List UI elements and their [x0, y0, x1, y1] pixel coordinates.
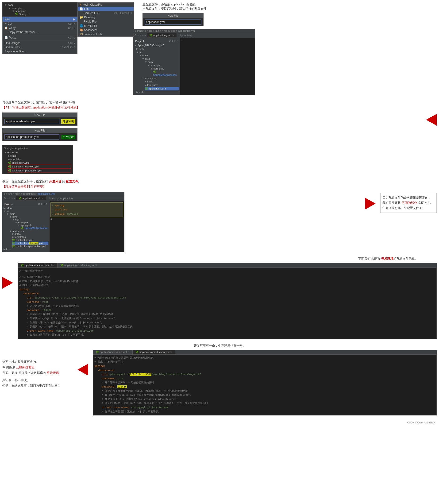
new-file-box-develop: New File 开发环境	[2, 112, 77, 126]
new-file-box-production: New File 生产环境	[2, 128, 77, 141]
menu-item-paste[interactable]: 📄 Paste Ctrl+V	[3, 36, 77, 40]
menu-item-findinfiles[interactable]: Find in Files... Ctrl+Shift+F	[3, 45, 77, 49]
menu-label-copypath: Copy Path/Reference...	[9, 31, 75, 34]
submenu-item-stylesheet[interactable]: 🎨 Stylesheet	[78, 28, 134, 32]
tab-appyml-s3[interactable]: 🌿 application.yml ✕	[16, 196, 46, 200]
submenu-item-file[interactable]: 📄 File	[78, 7, 134, 11]
menu-label-cut: Cut	[8, 22, 68, 25]
tree-test[interactable]: ▶ test	[136, 90, 179, 94]
ide-tab-2[interactable]: SpringMbA...	[177, 34, 197, 37]
submenu-new: K Kotlin Class/File 📄 File Scratch File …	[77, 2, 134, 37]
tree-templates-s2[interactable]: ▶ templates	[8, 158, 71, 161]
annotation-s4: 下面我们 来配置 开发环境的配置文件信息。	[358, 257, 418, 261]
menu-item-copy[interactable]: 📋 Copy Ctrl+C	[3, 26, 77, 30]
production-yaml-code: # 数据库的连接信息，是属于 系统级别的配置信息。 # 因此，它有固定的写法 s…	[93, 355, 436, 415]
tree-springmbapp-label: SpringMbApplication	[4, 147, 71, 150]
new-file-input-production[interactable]	[4, 134, 59, 139]
menu-item-findusages[interactable]: Find Usages Alt+F7	[3, 41, 77, 45]
tree-appyml[interactable]: 🌿 application.yml	[145, 87, 179, 90]
badge-production: 生产环境	[61, 135, 75, 139]
menu-label-replace: Replace in Files...	[4, 50, 75, 53]
tree-appyml-s2[interactable]: 🌿 application.yml	[8, 161, 71, 165]
menu-item-replace[interactable]: Replace in Files...	[3, 49, 77, 54]
menu-label: New	[4, 18, 73, 21]
menu-label-findusages: Find Usages	[4, 41, 68, 45]
annotation-section3: 然后，在主配置文件中，指定运行 开发环境 的 配置文件。 【现在还不会涉及到 生…	[2, 179, 360, 189]
tree-static-s2[interactable]: ▶ static	[8, 154, 71, 158]
ide-production-yaml: 🌿 application-develop.yml ✕ 🌿 applicatio…	[93, 350, 437, 416]
tree-main[interactable]: ▼ main	[139, 54, 179, 57]
tree-appdevelop-s2[interactable]: 🌿 application-develop.yml	[8, 165, 71, 169]
ide-sidebar-s3: Project ⚙ ≡ ÷ ✦ ▶ .idea ▼ src ▼ main ▼ j…	[3, 201, 49, 252]
ide-window-section3-left: $ > src > main > resources > application…	[2, 192, 124, 252]
breadcrumb-s3: $ > src > main > resources > application…	[4, 192, 55, 195]
tree-develop-s3[interactable]: 🌿 application-develop.yml	[12, 242, 48, 245]
tab-production-s5[interactable]: 🌿 application-production.yml ✕	[133, 350, 175, 354]
badge-develop: 开发环境	[61, 119, 75, 124]
submenu-item-javascript[interactable]: JS JavaScript File	[78, 32, 134, 37]
new-file-title-develop: New File	[3, 113, 77, 117]
tab-develop-s5[interactable]: 🌿 application-develop.yml ✕	[93, 350, 133, 354]
ide-develop-yaml: 🌿 application-develop.yml ✕ 🌿 applicatio…	[18, 263, 437, 339]
menu-label-findinfiles: Find in Files...	[4, 46, 61, 49]
submenu-item-kotlin[interactable]: K Kotlin Class/File	[78, 3, 134, 7]
menu-label-copy: Copy	[9, 26, 68, 30]
new-file-title-production: New File	[3, 128, 77, 133]
tree-src[interactable]: ▼ src	[136, 50, 179, 54]
arrow-section2	[426, 114, 437, 126]
note-s3: 因为配置文件的命名规则是固定的， 我们只需要将 不同的部分 填写上去。 它知道执…	[380, 193, 437, 213]
tab-springmbapp-s3[interactable]: SpringMbApplication	[47, 197, 75, 200]
tab-develop[interactable]: 🌿 application-develop.yml ✕	[18, 263, 58, 268]
annotation-s5-top: 开发环境有一份，生产环境也有一份。	[2, 344, 437, 348]
arrow-s4	[2, 277, 13, 289]
submenu-item-directory[interactable]: 📁 Directory	[78, 15, 134, 20]
develop-yaml-code: # 开发环境配置文件 # 1. 配置数据库连接信息 # 数据库的连接信息，是属于…	[18, 268, 436, 339]
ide-breadcrumb-1: SpringMB > src > main > resources > appl…	[133, 29, 255, 33]
menu-label-paste: Paste	[9, 36, 68, 39]
tab-production[interactable]: 🌿 application-production.yml ✕	[58, 263, 100, 268]
submenu-item-fxml[interactable]: FXML File	[78, 20, 134, 24]
ide-sidebar-1: Project ⚙ ≡ ÷ ✦ ▼ SpringMB C:/SpringMB ▶…	[133, 38, 180, 95]
arrow-s3	[365, 198, 376, 209]
new-file-input-1[interactable]	[145, 20, 201, 25]
ide-tab-appyml-1[interactable]: 🌿 application.yml ✕	[147, 33, 177, 37]
tree-static[interactable]: ▶ static	[145, 80, 179, 83]
note-s5: 这两个地方是需要更改的。 IP 要换成 云服务器地址。 密码，要换 服务器上装数…	[2, 359, 73, 388]
menu-item-copypath[interactable]: Copy Path/Reference...	[3, 30, 77, 34]
new-file-input-develop[interactable]	[4, 119, 59, 124]
ide-window-1: SpringMB > src > main > resources > appl…	[133, 29, 255, 95]
submenu-item-scratch[interactable]: Scratch File Ctrl+Alt+Shift+I	[78, 11, 134, 15]
submenu-item-html[interactable]: 🌐 HTML File	[78, 24, 134, 28]
tree-springmb[interactable]: ▼ springmb	[150, 67, 179, 70]
tree-appproduction-s2[interactable]: 🌿 application-production.yml	[8, 169, 71, 173]
annotation-section1: 主配置文件，必须是 application 命名的。 主配置文件：项目启动时，默…	[133, 2, 437, 11]
new-file-title-1: New File	[143, 13, 203, 18]
arrow-s5	[77, 364, 88, 376]
context-menu[interactable]: New ▶ ✂ Cut Ctrl+X 📋 Copy Ctrl+C Copy Pa…	[2, 17, 77, 54]
watermark: CSDN @Dark And Gray	[2, 420, 437, 425]
tree-root: ▼ SpringMB C:/SpringMB	[134, 44, 179, 47]
tree-templates[interactable]: ▶ templates	[145, 83, 179, 87]
file-tree-section2: SpringMbApplication ▼ resources ▶ static…	[2, 145, 73, 174]
new-file-box-1: New File	[143, 13, 204, 26]
annotation-section2: 再创建两个配置文件，分别对应 开发环境 和 生产环境 【PS：写法上是固定: a…	[2, 100, 421, 110]
tree-springmbapp[interactable]: 🌿 SpringMbApplication	[153, 70, 179, 76]
tree-idea[interactable]: ▶ .idea	[136, 47, 179, 50]
tree-com[interactable]: ▼ com	[145, 60, 179, 64]
code-s3: 1 spring: 2 profiles: 3 active: develop …	[49, 201, 124, 252]
menu-item-new[interactable]: New ▶	[3, 17, 77, 22]
tree-example[interactable]: ▼ example	[147, 64, 179, 67]
tree-resources[interactable]: ▼ resources	[142, 76, 179, 80]
tree-resources-s2[interactable]: ▼ resources	[4, 151, 71, 154]
menu-item-cut[interactable]: ✂ Cut Ctrl+X	[3, 22, 77, 26]
tree-java[interactable]: ▼ java	[142, 57, 179, 60]
ide-code-1: 1	[180, 38, 255, 95]
